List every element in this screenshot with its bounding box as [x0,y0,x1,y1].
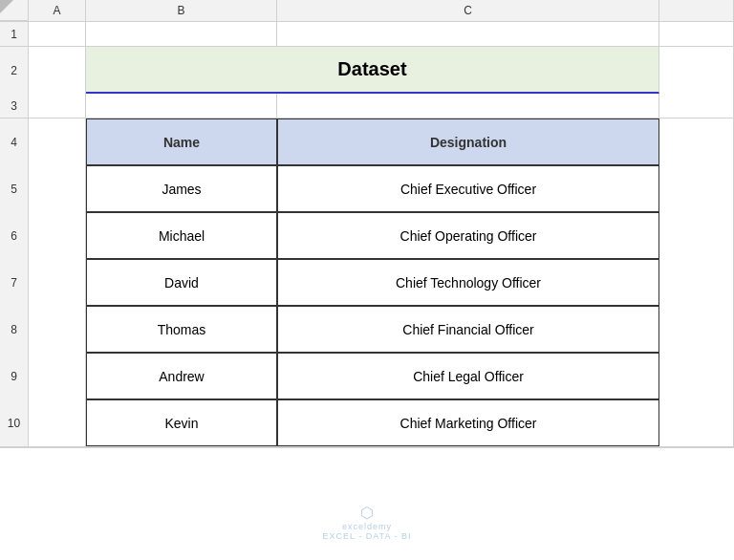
table-cell-name-6[interactable]: Michael [86,212,277,259]
row-2: 2 Dataset [0,47,734,94]
table-header-name: Name [86,118,277,165]
table-cell-designation-7[interactable]: Chief Technology Officer [277,259,659,306]
row-9: 9 Andrew Chief Legal Officer [0,353,734,399]
row-5: 5 James Chief Executive Officer [0,165,734,212]
cell-d8 [659,306,734,353]
spreadsheet: A B C 1 2 Dataset 3 [0,0,734,560]
row-header-9: 9 [0,353,29,399]
cell-a5[interactable] [29,165,86,212]
cell-a2[interactable] [29,47,86,94]
col-header-b: B [86,0,277,21]
table-cell-designation-5[interactable]: Chief Executive Officer [277,165,659,212]
row-6: 6 Michael Chief Operating Officer [0,212,734,259]
column-headers: A B C [0,0,734,22]
col-header-a: A [29,0,86,21]
cell-a4[interactable] [29,118,86,165]
dataset-title-cell[interactable]: Dataset [86,47,659,94]
cell-d2 [659,47,734,94]
row-8: 8 Thomas Chief Financial Officer [0,306,734,353]
table-cell-designation-8[interactable]: Chief Financial Officer [277,306,659,353]
cell-a10[interactable] [29,399,86,446]
cell-a7[interactable] [29,259,86,306]
cell-d7 [659,259,734,306]
cell-d10 [659,399,734,446]
table-cell-designation-9[interactable]: Chief Legal Officer [277,353,659,399]
row-header-8: 8 [0,306,29,353]
corner-cell [0,0,29,21]
row-header-1: 1 [0,22,29,46]
cell-d9 [659,353,734,399]
row-3: 3 [0,94,734,118]
cell-d4 [659,118,734,165]
table-cell-name-5[interactable]: James [86,165,277,212]
table-header-designation: Designation [277,118,659,165]
cell-d5 [659,165,734,212]
row-header-6: 6 [0,212,29,259]
row-header-3: 3 [0,94,29,118]
svg-marker-0 [0,0,13,13]
cell-b1[interactable] [86,22,277,46]
col-header-d [659,0,734,21]
row-4: 4 Name Designation [0,118,734,165]
cell-a6[interactable] [29,212,86,259]
row-1: 1 [0,22,734,47]
row-header-7: 7 [0,259,29,306]
dataset-title: Dataset [337,58,406,80]
cell-d6 [659,212,734,259]
cell-c3[interactable] [277,94,659,118]
cell-a8[interactable] [29,306,86,353]
row-header-2: 2 [0,47,29,94]
table-cell-name-9[interactable]: Andrew [86,353,277,399]
cell-c1[interactable] [277,22,659,46]
table-cell-designation-10[interactable]: Chief Marketing Officer [277,399,659,446]
table-cell-designation-6[interactable]: Chief Operating Officer [277,212,659,259]
cell-d1 [659,22,734,46]
cell-a9[interactable] [29,353,86,399]
row-10: 10 Kevin Chief Marketing Officer [0,399,734,447]
row-header-10: 10 [0,399,29,446]
cell-a1[interactable] [29,22,86,46]
cell-d3 [659,94,734,118]
row-7: 7 David Chief Technology Officer [0,259,734,306]
cell-a3[interactable] [29,94,86,118]
table-cell-name-10[interactable]: Kevin [86,399,277,446]
table-cell-name-7[interactable]: David [86,259,277,306]
row-header-5: 5 [0,165,29,212]
cell-b3[interactable] [86,94,277,118]
table-cell-name-8[interactable]: Thomas [86,306,277,353]
col-header-c: C [277,0,659,21]
row-header-4: 4 [0,118,29,165]
